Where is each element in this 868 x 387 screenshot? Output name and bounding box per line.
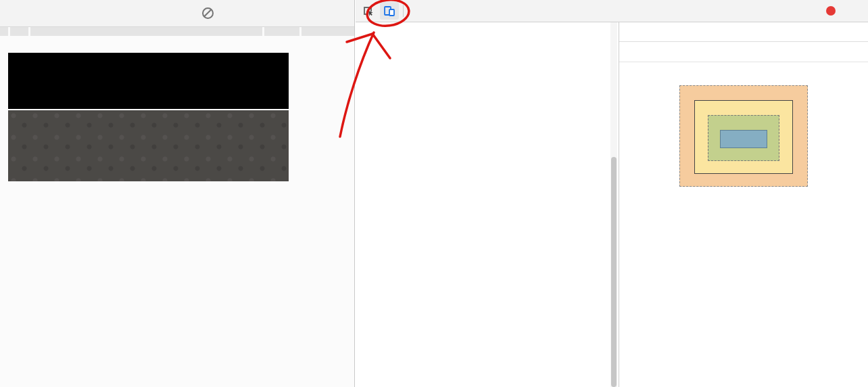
devtools-panel: [356, 0, 868, 387]
game-title-screen: [8, 53, 289, 109]
box-model-margin: [679, 85, 808, 187]
box-model-content[interactable]: [720, 130, 767, 148]
box-model-diagram[interactable]: [679, 85, 808, 187]
toggle-device-toolbar-icon[interactable]: [380, 2, 399, 20]
zoom-select[interactable]: [158, 8, 161, 18]
browser-page-pane: [0, 0, 355, 387]
error-icon: [826, 6, 836, 16]
styles-filter-row: [619, 42, 868, 62]
device-toolbar: [0, 0, 354, 27]
elements-scrollbar[interactable]: [610, 22, 617, 387]
inspect-element-icon[interactable]: [358, 2, 377, 20]
game-map[interactable]: [8, 183, 289, 387]
devtools-tabbar: [356, 0, 868, 22]
styles-tabbar: [619, 22, 868, 42]
box-model-padding: [708, 115, 779, 161]
device-select[interactable]: [38, 8, 41, 18]
game-hud: [8, 110, 289, 181]
styles-filter-input[interactable]: [626, 47, 833, 57]
box-model-border: [694, 100, 793, 174]
rotate-disabled-icon[interactable]: [202, 7, 214, 19]
elements-tree[interactable]: [356, 22, 619, 387]
scrollbar-thumb[interactable]: [611, 157, 617, 387]
screenshot-stage: [0, 0, 868, 387]
styles-sidebar: [619, 22, 868, 387]
console-error-badge[interactable]: [826, 6, 838, 16]
page-top-strip: [0, 27, 354, 36]
emulated-page: [0, 27, 354, 387]
throttling-select[interactable]: [177, 8, 180, 18]
toolbar-separator: [403, 5, 404, 17]
